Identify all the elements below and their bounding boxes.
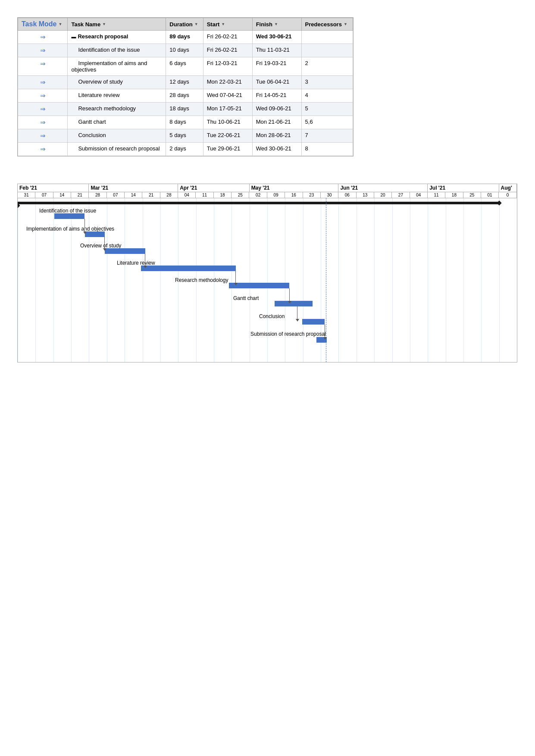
task-name-text: Identification of the issue: [71, 47, 140, 53]
gantt-day-label: 06: [338, 192, 356, 198]
table-row[interactable]: ⇒Submission of research proposal2 daysTu…: [18, 143, 353, 156]
start-dropdown-arrow[interactable]: ▼: [221, 22, 225, 26]
gantt-month-label: Apr '21: [178, 184, 249, 192]
gantt-month-label: Jun '21: [338, 184, 428, 192]
gantt-days-header: 3107142128071421280411182502091623300613…: [18, 192, 517, 198]
gantt-day-label: 13: [357, 192, 374, 198]
gantt-task-bar: [141, 266, 236, 271]
finish-cell: Mon 21-06-21: [252, 116, 301, 129]
pred-dropdown-arrow[interactable]: ▼: [344, 22, 347, 26]
task-mode-icon: ⇒: [18, 129, 68, 143]
table-row[interactable]: ⇒Conclusion5 daysTue 22-06-21Mon 28-06-2…: [18, 129, 353, 143]
gantt-task-bar: [54, 213, 84, 219]
predecessors-cell: 2: [301, 57, 353, 76]
finish-cell: Thu 11-03-21: [252, 44, 301, 57]
col-start[interactable]: Start ▼: [203, 18, 252, 31]
gantt-table: Task Mode ▼ Task Name ▼ Duration ▼: [17, 17, 354, 156]
duration-cell: 2 days: [166, 143, 203, 156]
predecessors-cell: 8: [301, 143, 353, 156]
table-row[interactable]: ⇒▬Research proposal89 daysFri 26-02-21We…: [18, 31, 353, 44]
task-name-text: Literature review: [71, 92, 119, 98]
col-task-mode[interactable]: Task Mode ▼: [18, 18, 68, 31]
gantt-task-bar: [85, 231, 105, 237]
task-mode-icon: ⇒: [18, 116, 68, 129]
gantt-summary-bar: [18, 202, 499, 204]
start-cell: Thu 10-06-21: [203, 116, 252, 129]
task-name-cell: Literature review: [68, 89, 166, 103]
finish-cell: Wed 09-06-21: [252, 103, 301, 116]
collapse-icon[interactable]: ▬: [71, 34, 76, 39]
task-mode-arrow-icon: ⇒: [40, 132, 46, 140]
task-mode-icon: ⇒: [18, 89, 68, 103]
gantt-day-label: 27: [392, 192, 410, 198]
task-name-text: Implementation of aims and objectives: [71, 60, 147, 73]
table-row[interactable]: ⇒Identification of the issue10 daysFri 2…: [18, 44, 353, 57]
gantt-day-label: 23: [303, 192, 321, 198]
duration-cell: 28 days: [166, 89, 203, 103]
predecessors-cell: 5,6: [301, 116, 353, 129]
gantt-connector-arrow: [103, 248, 106, 251]
duration-dropdown-arrow[interactable]: ▼: [194, 22, 198, 26]
gantt-connector-line: [235, 271, 236, 283]
gantt-task-label: Implementation of aims and objectives: [26, 226, 114, 232]
summary-diamond-right: [497, 200, 501, 205]
task-name-text: Research proposal: [78, 33, 128, 40]
gantt-month-label: Feb '21: [18, 184, 89, 192]
task-mode-arrow-icon: ⇒: [40, 105, 46, 113]
task-name-text: Submission of research proposal: [71, 145, 160, 152]
gantt-day-label: 20: [374, 192, 392, 198]
gantt-day-label: 0: [499, 192, 516, 198]
table-row[interactable]: ⇒Gantt chart8 daysThu 10-06-21Mon 21-06-…: [18, 116, 353, 129]
start-cell: Wed 07-04-21: [203, 89, 252, 103]
finish-dropdown-arrow[interactable]: ▼: [274, 22, 278, 26]
gantt-body: Identification of the issueImplementatio…: [18, 198, 517, 362]
gantt-day-label: 04: [178, 192, 196, 198]
finish-cell: Fri 19-03-21: [252, 57, 301, 76]
gantt-day-label: 30: [321, 192, 338, 198]
duration-cell: 10 days: [166, 44, 203, 57]
task-name-cell: Gantt chart: [68, 116, 166, 129]
task-name-text: Research methodology: [71, 105, 136, 112]
gantt-connector-line: [289, 288, 290, 301]
gantt-day-label: 25: [232, 192, 249, 198]
col-predecessors[interactable]: Predecessors ▼: [301, 18, 353, 31]
gantt-connector-arrow: [296, 319, 299, 322]
gantt-day-label: 21: [142, 192, 160, 198]
gantt-month-label: Aug': [499, 184, 517, 192]
task-name-cell: Implementation of aims and objectives: [68, 57, 166, 76]
table-row[interactable]: ⇒Implementation of aims and objectives6 …: [18, 57, 353, 76]
gantt-day-label: 01: [481, 192, 499, 198]
gantt-task-bar: [302, 319, 325, 325]
table-row[interactable]: ⇒Literature review28 daysWed 07-04-21Fri…: [18, 89, 353, 103]
col-finish[interactable]: Finish ▼: [252, 18, 301, 31]
task-name-text: Overview of study: [71, 78, 122, 85]
gantt-chart: Feb '21Mar '21Apr '21May '21Jun '21Jul '…: [17, 184, 517, 362]
gantt-day-label: 18: [214, 192, 232, 198]
task-name-dropdown-arrow[interactable]: ▼: [102, 22, 106, 26]
table-row[interactable]: ⇒Overview of study12 daysMon 22-03-21Tue…: [18, 76, 353, 89]
task-mode-dropdown-arrow[interactable]: ▼: [59, 22, 63, 26]
gantt-task-label: Gantt chart: [233, 295, 259, 301]
start-cell: Tue 22-06-21: [203, 129, 252, 143]
start-cell: Fri 12-03-21: [203, 57, 252, 76]
gantt-task-label: Literature review: [117, 260, 155, 266]
summary-diamond-left: [17, 203, 20, 208]
duration-cell: 12 days: [166, 76, 203, 89]
col-task-name[interactable]: Task Name ▼: [68, 18, 166, 31]
predecessors-cell: 4: [301, 89, 353, 103]
task-mode-icon: ⇒: [18, 44, 68, 57]
gantt-day-label: 11: [428, 192, 445, 198]
predecessors-cell: [301, 31, 353, 44]
col-duration[interactable]: Duration ▼: [166, 18, 203, 31]
predecessors-cell: 7: [301, 129, 353, 143]
gantt-month-label: Jul '21: [428, 184, 499, 192]
gantt-day-label: 07: [35, 192, 53, 198]
gantt-month-label: Mar '21: [89, 184, 178, 192]
gantt-day-label: 25: [463, 192, 481, 198]
table-row[interactable]: ⇒Research methodology18 daysMon 17-05-21…: [18, 103, 353, 116]
finish-cell: Wed 30-06-21: [252, 31, 301, 44]
gantt-day-label: 31: [18, 192, 35, 198]
start-cell: Tue 29-06-21: [203, 143, 252, 156]
gantt-connector-line: [104, 237, 105, 248]
gantt-connector-arrow: [83, 231, 87, 234]
